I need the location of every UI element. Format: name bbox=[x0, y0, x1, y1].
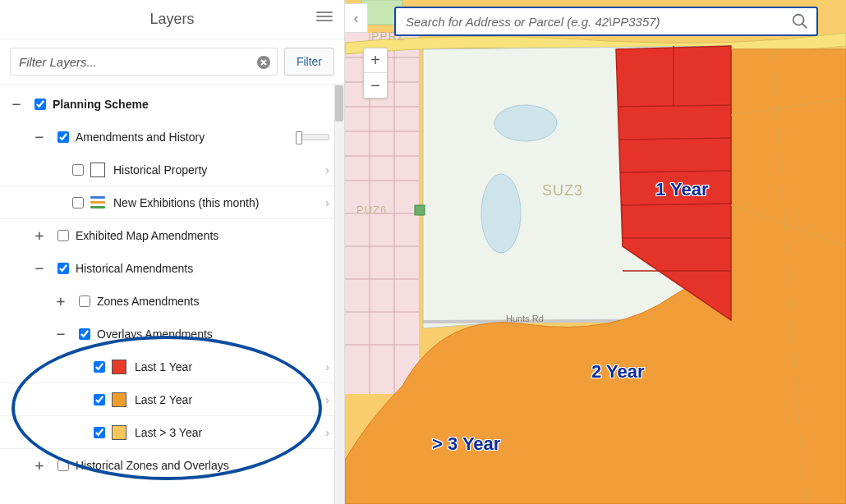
list-icon bbox=[90, 195, 105, 210]
overlay-label-3year: > 3 Year bbox=[432, 433, 500, 455]
layer-label: Planning Scheme bbox=[53, 98, 334, 111]
layer-checkbox[interactable] bbox=[72, 197, 84, 208]
layer-checkbox[interactable] bbox=[72, 164, 84, 176]
legend-swatch bbox=[112, 360, 126, 374]
zoom-in-button[interactable]: + bbox=[364, 48, 387, 73]
tree-item-exhibited-map[interactable]: + Exhibited Map Amendments bbox=[0, 219, 344, 252]
map-canvas bbox=[345, 0, 846, 504]
expand-icon[interactable]: + bbox=[30, 228, 49, 243]
scrollbar-track[interactable] bbox=[334, 85, 344, 504]
filter-input-wrap bbox=[10, 48, 278, 76]
collapse-icon[interactable]: − bbox=[30, 261, 49, 276]
layer-label: Last 1 Year bbox=[135, 360, 320, 373]
chevron-right-icon[interactable]: › bbox=[320, 163, 334, 176]
layer-label: Historical Amendments bbox=[76, 262, 334, 275]
street-label-hunts: Hunts Rd bbox=[506, 314, 544, 323]
scrollbar-thumb[interactable] bbox=[335, 85, 343, 121]
collapse-icon[interactable]: − bbox=[51, 327, 71, 341]
tree-item-zones-amendments[interactable]: + Zones Amendments bbox=[0, 285, 344, 318]
layer-checkbox[interactable] bbox=[79, 328, 90, 340]
chevron-right-icon[interactable]: › bbox=[320, 196, 334, 209]
svg-rect-25 bbox=[415, 205, 425, 215]
layer-checkbox[interactable] bbox=[57, 131, 69, 143]
tree-item-hist-zones-overlays[interactable]: + Historical Zones and Overlays bbox=[0, 449, 344, 482]
map-search-bar bbox=[394, 7, 818, 36]
chevron-left-icon: ‹ bbox=[354, 10, 359, 27]
zoom-out-button[interactable]: − bbox=[364, 73, 387, 98]
layer-checkbox[interactable] bbox=[94, 427, 105, 438]
layer-label: Last 2 Year bbox=[135, 393, 320, 406]
tree-item-historical-amendments[interactable]: − Historical Amendments bbox=[0, 252, 344, 285]
legend-swatch bbox=[90, 163, 105, 177]
layer-label: Historical Zones and Overlays bbox=[76, 459, 334, 472]
filter-input[interactable] bbox=[11, 55, 277, 69]
chevron-right-icon[interactable]: › bbox=[320, 426, 334, 439]
layer-tree: − Planning Scheme − Amendments and Histo… bbox=[0, 85, 344, 504]
tree-item-amendments-history[interactable]: − Amendments and History bbox=[0, 121, 344, 153]
collapse-icon[interactable]: − bbox=[30, 130, 49, 144]
layer-checkbox[interactable] bbox=[57, 460, 69, 471]
layer-checkbox[interactable] bbox=[57, 263, 69, 274]
tree-item-last-1-year[interactable]: Last 1 Year › bbox=[0, 351, 344, 383]
zone-label-puz6: PUZ6 bbox=[356, 204, 387, 216]
layer-label: Amendments and History bbox=[76, 131, 297, 144]
opacity-slider[interactable] bbox=[297, 134, 329, 140]
zoom-control: + − bbox=[363, 48, 388, 99]
clear-icon[interactable] bbox=[255, 54, 272, 71]
svg-point-16 bbox=[481, 174, 521, 253]
collapse-sidebar-button[interactable]: ‹ bbox=[345, 3, 368, 33]
layer-label: Overlays Amendments bbox=[97, 328, 334, 341]
layer-label: Zones Amendments bbox=[97, 295, 334, 308]
svg-point-26 bbox=[793, 15, 804, 25]
search-input[interactable] bbox=[396, 15, 784, 29]
panel-menu-icon[interactable] bbox=[316, 11, 333, 26]
svg-point-15 bbox=[494, 105, 557, 141]
collapse-icon[interactable]: − bbox=[7, 97, 26, 112]
map-viewport[interactable]: SUZ3 PPRZ PUZ6 Hunts Rd 1 Year 2 Year > … bbox=[345, 0, 846, 504]
expand-icon[interactable]: + bbox=[51, 294, 71, 309]
tree-item-historical-property[interactable]: Historical Property › bbox=[0, 153, 344, 186]
panel-header: Layers bbox=[0, 0, 344, 39]
svg-line-27 bbox=[802, 24, 807, 29]
zone-label-suz3: SUZ3 bbox=[542, 182, 583, 199]
search-button[interactable] bbox=[784, 8, 816, 34]
layer-label: New Exhibitions (this month) bbox=[113, 196, 320, 209]
expand-icon[interactable]: + bbox=[30, 458, 49, 473]
layer-checkbox[interactable] bbox=[94, 361, 105, 373]
layer-checkbox[interactable] bbox=[57, 230, 69, 241]
layer-checkbox[interactable] bbox=[34, 99, 46, 110]
layer-checkbox[interactable] bbox=[79, 296, 90, 307]
filter-row: Filter bbox=[0, 39, 344, 85]
tree-item-overlays-amendments[interactable]: − Overlays Amendments bbox=[0, 318, 344, 351]
layer-label: Historical Property bbox=[113, 163, 320, 176]
legend-swatch bbox=[112, 425, 126, 440]
tree-item-last-3-year[interactable]: Last > 3 Year › bbox=[0, 416, 344, 449]
layers-panel: Layers Filter − Planning Scheme bbox=[0, 0, 345, 504]
layer-label: Exhibited Map Amendments bbox=[76, 229, 334, 242]
overlay-label-1year: 1 Year bbox=[655, 179, 708, 200]
chevron-right-icon[interactable]: › bbox=[320, 393, 334, 406]
panel-title: Layers bbox=[149, 11, 194, 28]
overlay-label-2year: 2 Year bbox=[591, 361, 644, 383]
layer-label: Last > 3 Year bbox=[135, 426, 320, 439]
search-icon bbox=[791, 12, 809, 30]
legend-swatch bbox=[112, 392, 126, 407]
tree-item-last-2-year[interactable]: Last 2 Year › bbox=[0, 383, 344, 416]
filter-button[interactable]: Filter bbox=[284, 48, 334, 76]
layer-checkbox[interactable] bbox=[94, 394, 105, 405]
tree-item-new-exhibitions[interactable]: New Exhibitions (this month) › bbox=[0, 186, 344, 219]
chevron-right-icon[interactable]: › bbox=[320, 360, 334, 373]
tree-item-planning-scheme[interactable]: − Planning Scheme bbox=[0, 88, 344, 121]
